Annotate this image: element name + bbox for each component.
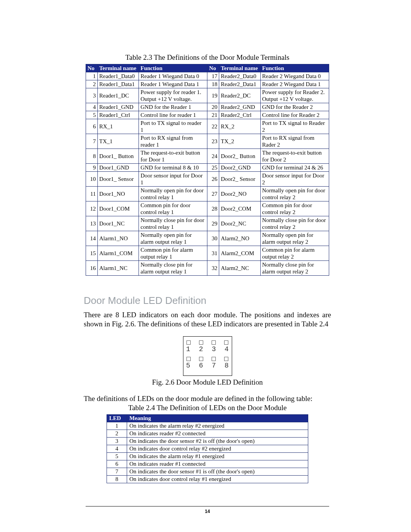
cell-no: 9 [86, 164, 98, 172]
cell-no: 4 [86, 103, 98, 111]
cell-function: Control line for Reader 2 [260, 111, 329, 119]
led-num: 6 [198, 362, 204, 369]
cell-no: 1 [86, 72, 98, 80]
cell-no: 16 [86, 261, 98, 276]
led-num: 3 [211, 345, 217, 353]
led-num: 5 [186, 362, 191, 369]
cell-no: 19 [207, 88, 219, 103]
cell-function: Door sensor input for Door 1 [139, 172, 207, 187]
led-icon [186, 357, 191, 361]
led-icon [212, 357, 216, 361]
cell-function: The request-to-exit button for Door 2 [260, 149, 329, 164]
cell-no: 26 [207, 172, 219, 187]
cell-no: 30 [207, 231, 219, 246]
table-row: 1On indicates the alarm relay #2 energiz… [107, 422, 308, 430]
cell-led-no: 2 [107, 430, 127, 438]
cell-led-no: 8 [107, 476, 127, 483]
cell-function: Normally open pin for door control relay… [139, 187, 207, 201]
col-no-right: No [207, 64, 219, 72]
cell-function: Common pin for door control relay 2 [260, 201, 329, 216]
cell-led-no: 5 [107, 453, 127, 460]
cell-terminal-name: Door2_GND [219, 164, 261, 172]
cell-function: Power supply for Reader 2. Output +12 V … [260, 88, 329, 103]
cell-no: 18 [207, 80, 219, 88]
cell-led-no: 3 [107, 438, 127, 445]
cell-meaning: On indicates door control relay #2 energ… [127, 445, 308, 453]
cell-function: GND for the Reader 1 [139, 103, 207, 111]
cell-no: 23 [207, 134, 219, 149]
cell-function: Port to TX signal to Reader 2 [260, 119, 329, 134]
cell-function: Common pin for alarm output relay 2 [260, 246, 329, 261]
table-header-row: LED Meaning [107, 415, 308, 422]
cell-terminal-name: Reader2_Data0 [219, 72, 261, 80]
cell-function: Reader 1 Wiegand Data 1 [139, 80, 207, 88]
cell-function: Control line for reader 1 [139, 111, 207, 119]
cell-terminal-name: Alarm2_COM [219, 246, 261, 261]
figure-caption: Fig. 2.6 Door Module LED Definition [84, 378, 331, 387]
table-terminals: No Terminal name Function No Terminal na… [86, 64, 329, 276]
cell-function: Port to RX signal from reader 1 [139, 134, 207, 149]
cell-meaning: On indicates the door sensor #2 is off (… [127, 438, 308, 445]
table-2-3-caption: Table 2.3 The Definitions of the Door Mo… [84, 53, 331, 62]
col-name-right: Terminal name [219, 64, 261, 72]
led-row-bottom-icons [186, 357, 229, 361]
table-row: 9Door1_GNDGND for terminal 8 & 1025Door2… [86, 164, 329, 172]
cell-terminal-name: Reader2_DC [219, 88, 261, 103]
cell-no: 6 [86, 119, 98, 134]
cell-terminal-name: Reader1_Data1 [97, 80, 139, 88]
cell-no: 20 [207, 103, 219, 111]
table-row: 11Door1_NONormally open pin for door con… [86, 187, 329, 201]
table-row: 16Alarm1_NCNormally close pin for alarm … [86, 261, 329, 276]
cell-function: Door sensor input for Door 2 [260, 172, 329, 187]
cell-function: Normally close pin for door control rela… [139, 216, 207, 231]
table-row: 15Alarm1_COMCommon pin for alarm output … [86, 246, 329, 261]
cell-no: 27 [207, 187, 219, 201]
cell-terminal-name: Door1_ Sensor [97, 172, 139, 187]
paragraph-2: The definitions of LEDs on the door modu… [84, 394, 331, 403]
led-icon [224, 340, 228, 345]
cell-function: The request-to-exit button for Door 1 [139, 149, 207, 164]
cell-no: 22 [207, 119, 219, 134]
cell-function: GND for terminal 24 & 26 [260, 164, 329, 172]
page: Table 2.3 The Definitions of the Door Mo… [0, 0, 411, 514]
cell-meaning: On indicates the alarm relay #1 energize… [127, 453, 308, 460]
led-icon [186, 340, 191, 345]
table-header-row: No Terminal name Function No Terminal na… [86, 64, 329, 72]
cell-terminal-name: Alarm1_COM [97, 246, 139, 261]
cell-terminal-name: Alarm2_NC [219, 261, 261, 276]
cell-terminal-name: Reader1_GND [97, 103, 139, 111]
section-heading: Door Module LED Definition [84, 295, 331, 307]
cell-meaning: On indicates door control relay #1 energ… [127, 476, 308, 483]
cell-function: Common pin for alarm output relay 1 [139, 246, 207, 261]
cell-terminal-name: Alarm2_NO [219, 231, 261, 246]
led-icon [199, 340, 203, 345]
cell-terminal-name: Reader2_GND [219, 103, 261, 111]
table-row: 2On indicates reader #2 connected [107, 430, 308, 438]
cell-meaning: On indicates reader #2 connected [127, 430, 308, 438]
cell-function: Normally open pin for alarm output relay… [139, 231, 207, 246]
cell-no: 5 [86, 111, 98, 119]
led-num: 2 [198, 345, 204, 353]
table-row: 3On indicates the door sensor #2 is off … [107, 438, 308, 445]
led-num: 1 [186, 345, 191, 353]
cell-function: Port to RX signal from Rader 2 [260, 134, 329, 149]
led-row-top-nums: 1 2 3 4 [186, 345, 229, 353]
cell-led-no: 4 [107, 445, 127, 453]
table-row: 14Alarm1_NONormally open pin for alarm o… [86, 231, 329, 246]
page-number: 14 [84, 509, 331, 514]
col-no-left: No [86, 64, 98, 72]
cell-function: GND for terminal 8 & 10 [139, 164, 207, 172]
cell-no: 24 [207, 149, 219, 164]
cell-terminal-name: Reader1_Data0 [97, 72, 139, 80]
cell-function: Normally open pin for door control relay… [260, 187, 329, 201]
table-row: 8Door1_ ButtonThe request-to-exit button… [86, 149, 329, 164]
led-row-bottom-nums: 5 6 7 8 [186, 362, 229, 369]
cell-no: 7 [86, 134, 98, 149]
cell-no: 10 [86, 172, 98, 187]
cell-function: Power supply for reader 1. Output +12 V … [139, 88, 207, 103]
cell-no: 29 [207, 216, 219, 231]
table-row: 12Door1_COMCommon pin for door control r… [86, 201, 329, 216]
table-row: 8On indicates door control relay #1 ener… [107, 476, 308, 483]
cell-no: 11 [86, 187, 98, 201]
cell-no: 14 [86, 231, 98, 246]
